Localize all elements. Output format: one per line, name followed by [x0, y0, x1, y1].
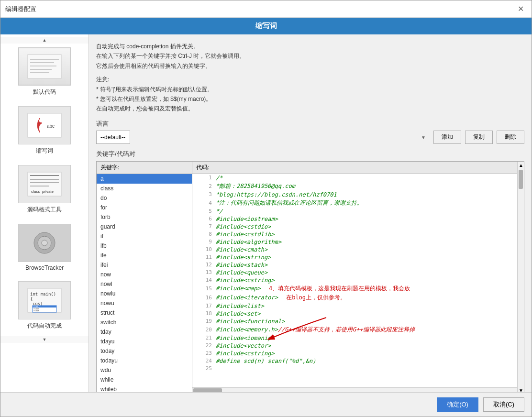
code-cell: #include<list>	[214, 302, 517, 310]
code-cell: #include<cstdlib>	[214, 230, 517, 238]
table-row: 18 #include<set>	[192, 310, 517, 318]
keyword-col-header: 关键字:	[97, 162, 192, 174]
keyword-item-forb[interactable]: forb	[97, 212, 192, 222]
main-content: 自动完成与 code-completion 插件无关。 在输入下列的某一个关键字…	[89, 34, 532, 392]
keyword-item-nowlu[interactable]: nowlu	[97, 289, 192, 298]
line-number: 17	[192, 302, 214, 310]
code-cell: /*	[214, 174, 517, 182]
dialog-header: 缩写词	[0, 18, 532, 34]
desc-note2: * 您可以在代码里放置宏，如 $$(my macro)。	[96, 94, 524, 104]
add-language-button[interactable]: 添加	[433, 131, 461, 144]
sidebar-item-browse-tracker[interactable]: BrowseTracker	[6, 220, 83, 275]
keyword-item-ife[interactable]: ife	[97, 251, 192, 260]
keyword-item-ifei[interactable]: ifei	[97, 260, 192, 270]
sidebar-item-label: 默认代码	[33, 88, 56, 96]
code-cell: #include<functional>	[214, 318, 517, 325]
abbreviation-icon: abc	[18, 106, 71, 144]
keyword-item-nowl[interactable]: nowl	[97, 279, 192, 289]
vertical-scrollbar[interactable]: ▲ ▼	[517, 162, 524, 392]
code-cell: #include<memory.h>//G++编译器不支持，若使用G++编译器此…	[214, 325, 517, 334]
line-number: 16	[192, 293, 214, 302]
scroll-up-arrow[interactable]: ▲	[518, 162, 524, 169]
svg-text:class: class	[31, 189, 40, 194]
annotation-text2: 在blog上，仅供参考。	[286, 294, 346, 301]
table-row: 8 #include<cstdlib>	[192, 230, 517, 238]
keyword-item-guard[interactable]: guard	[97, 222, 192, 231]
ok-button[interactable]: 确定(O)	[437, 397, 478, 412]
keyword-item-todayu[interactable]: todayu	[97, 356, 192, 365]
code-cell: #include<vector>	[214, 342, 517, 350]
copy-language-button[interactable]: 复制	[465, 131, 493, 144]
scrollbar-thumb[interactable]	[519, 170, 523, 189]
footer-row: 确定(O) 取消(C)	[0, 392, 532, 417]
code-cell	[214, 365, 517, 372]
sidebar-item-autocomplete[interactable]: int main() { cos| ⊙cos ⊙cosf ⊙cosh 代码自动完…	[6, 277, 83, 334]
keyword-item-today[interactable]: today	[97, 346, 192, 356]
keyword-list: a class do for forb guard if ifb ife ife…	[97, 174, 192, 392]
table-row: 10 #include<cmath>	[192, 246, 517, 253]
table-row: 20 #include<memory.h>//G++编译器不支持，若使用G++编…	[192, 325, 517, 334]
table-row: 12 #include<stack>	[192, 261, 517, 269]
scroll-down-arrow[interactable]: ▼	[518, 387, 524, 392]
code-table: 1 /* 2 *邮箱：2825841950@qq.com 3	[192, 174, 517, 372]
code-content-16: #include<iterator>	[216, 294, 278, 301]
code-cell: #include<cstdio>	[214, 223, 517, 230]
keyword-item-nowu[interactable]: nowu	[97, 298, 192, 308]
keyword-item-do[interactable]: do	[97, 193, 192, 203]
keyword-item-while[interactable]: while	[97, 375, 192, 384]
sidebar-scroll-up[interactable]: ▲	[0, 37, 89, 44]
keyword-item-struct[interactable]: struct	[97, 308, 192, 318]
desc-note3: 在自动完成时，您会被问及宏替换值。	[96, 104, 524, 113]
cancel-button[interactable]: 取消(C)	[483, 397, 524, 412]
table-row: 1 /*	[192, 174, 517, 182]
line-number: 19	[192, 318, 214, 325]
language-select-wrapper: --default--	[96, 131, 430, 144]
svg-rect-0	[28, 55, 61, 78]
keyword-item-whileb[interactable]: whileb	[97, 384, 192, 392]
line-number: 18	[192, 310, 214, 318]
keyword-item-class[interactable]: class	[97, 184, 192, 193]
line-number: 22	[192, 342, 214, 350]
desc-line3: 它然后会使用相应的代码替换输入的关键字。	[96, 61, 524, 71]
code-cell: #include<algorithm>	[214, 238, 517, 246]
delete-language-button[interactable]: 删除	[497, 131, 524, 144]
line-number: 6	[192, 215, 214, 223]
line-number: 24	[192, 357, 214, 365]
keyword-item-for[interactable]: for	[97, 203, 192, 212]
close-button[interactable]: ✕	[515, 3, 527, 14]
sidebar-item-default-code[interactable]: 默认代码	[6, 44, 83, 100]
sidebar-item-src-format[interactable]: class private 源码格式工具	[6, 161, 83, 218]
line-number: 3	[192, 191, 214, 198]
line-number: 23	[192, 350, 214, 357]
horizontal-scrollbar[interactable]	[192, 387, 517, 392]
svg-point-17	[42, 240, 47, 246]
keyword-item-switch[interactable]: switch	[97, 318, 192, 327]
description-block: 自动完成与 code-completion 插件无关。 在输入下列的某一个关键字…	[96, 42, 524, 114]
line-number: 7	[192, 223, 214, 230]
keyword-item-a[interactable]: a	[97, 174, 192, 184]
code-cell: #define scd(n) scanf("%d",&n)	[214, 357, 517, 365]
keyword-item-tdayu[interactable]: tdayu	[97, 337, 192, 346]
table-row: 21 #include<iomanip>	[192, 334, 517, 342]
code-cell: #include<cmath>	[214, 246, 517, 253]
language-label: 语言	[96, 120, 524, 128]
code-col-header: 代码:	[192, 162, 517, 174]
table-row: 2 *邮箱：2825841950@qq.com	[192, 182, 517, 191]
keyword-item-ifb[interactable]: ifb	[97, 241, 192, 251]
code-cell: *邮箱：2825841950@qq.com	[214, 182, 517, 191]
keyword-item-tday[interactable]: tday	[97, 327, 192, 337]
table-row: 11 #include<string>	[192, 253, 517, 261]
keyword-item-wdu[interactable]: wdu	[97, 365, 192, 375]
code-display-panel: 代码: 1 /* 2 *邮箱：28	[192, 162, 517, 392]
language-select[interactable]: --default--	[96, 131, 130, 144]
sidebar-item-abbreviation[interactable]: abc 缩写词	[6, 102, 83, 159]
keyword-item-now[interactable]: now	[97, 270, 192, 279]
sidebar-scroll-down[interactable]: ▼	[0, 336, 89, 343]
autocomplete-icon: int main() { cos| ⊙cos ⊙cosf ⊙cosh	[18, 281, 71, 319]
line-number: 4	[192, 198, 214, 208]
scrollbar-thumb-h[interactable]	[193, 388, 222, 392]
keyword-list-panel: 关键字: a class do for forb guard if ifb if…	[97, 162, 192, 392]
table-row: 6 #include<iostream>	[192, 215, 517, 223]
desc-line2: 在输入下列的某一个关键字并按 Ctrl-J 时，它就会被调用。	[96, 51, 524, 61]
keyword-item-if[interactable]: if	[97, 231, 192, 241]
